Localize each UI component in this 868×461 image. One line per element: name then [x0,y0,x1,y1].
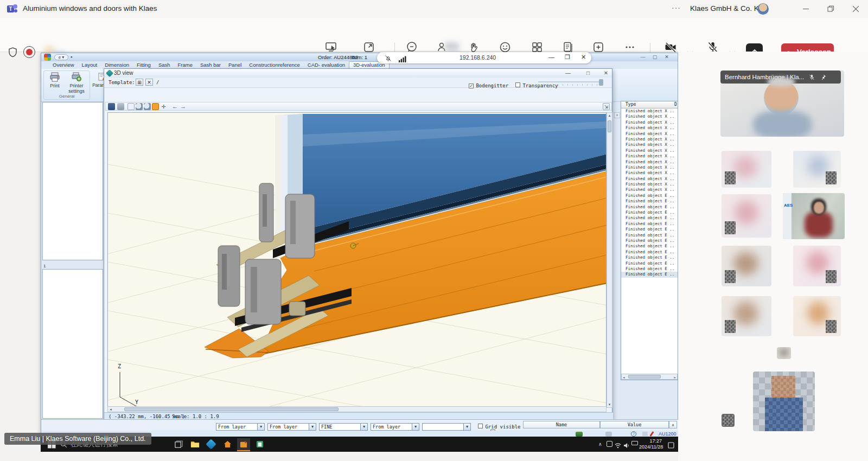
view3d-close-button[interactable]: ✕ [601,70,611,76]
type-row[interactable]: Finished object E .. [621,193,678,199]
dock-scroll-up-button[interactable]: ∧ [669,421,677,428]
orbit-tool-icon[interactable] [152,103,159,110]
type-row[interactable]: Finished object E .. [621,199,678,204]
bell-off-icon[interactable] [385,54,392,64]
save-view-icon[interactable] [108,103,115,110]
status-icon-sync[interactable] [605,432,612,437]
template-clear-button[interactable]: ✕ [145,79,153,86]
transparency-slider-track[interactable] [538,81,603,82]
type-row[interactable]: Finished object E .. [621,221,678,227]
type-row[interactable]: Finished object X .. [621,187,678,193]
type-row[interactable]: Finished object E .. [621,261,678,266]
ribbon-tab[interactable]: Layout [78,61,101,69]
ribbon-tab[interactable]: Sash [155,61,174,69]
type-row[interactable]: Finished object X .. [621,131,678,137]
remote-restore-button[interactable]: ❐ [565,54,570,61]
view-back-icon[interactable]: ← [172,103,178,110]
type-row[interactable]: Finished object X .. [621,108,678,114]
type-row[interactable]: Finished object X .. [621,153,678,159]
type-row[interactable]: Finished object X .. [621,165,678,170]
ribbon-tab[interactable]: Constructionreference [245,61,303,69]
type-row[interactable]: Finished object E .. [621,227,678,232]
type-row[interactable]: Finished object X .. [621,148,678,153]
expand-view-icon[interactable]: ⇲ [603,103,610,110]
quick-access-pin[interactable]: ▪ [71,54,72,60]
participant-tile[interactable] [722,246,771,286]
remote-close-button[interactable]: ✕ [581,54,586,61]
type-row[interactable]: Finished object X .. [621,114,678,119]
type-row[interactable]: Finished object X .. [621,170,678,176]
ribbon-tab[interactable]: Fitting [133,61,155,69]
klaes-minimize-button[interactable]: — [638,54,648,60]
klaes-close-button[interactable]: ✕ [662,54,672,60]
type-column-header[interactable]: Type [626,102,636,107]
canvas-hscrollbar[interactable]: ◄ [107,406,607,412]
canvas-vscrollbar[interactable]: ▲ ▼ [607,112,612,408]
klaes-maximize-button[interactable]: ▢ [650,54,660,60]
tray-volume-icon[interactable] [623,441,630,451]
print-button[interactable]: Print [44,72,66,88]
klaes-taskbar-button-active[interactable] [237,438,250,451]
type-row[interactable]: Finished object E .. [621,255,678,260]
help-icon[interactable]: ? [631,431,636,437]
window-minimize-button[interactable] [794,0,818,17]
layer-combo[interactable]: FINE ▼ [319,423,368,431]
titlebar-more-button[interactable]: ··· [672,3,681,12]
type-row[interactable]: Finished object X .. [621,137,678,142]
scroll-left-icon[interactable]: ◄ [109,408,112,411]
type-row[interactable]: Finished object E .. [621,266,678,272]
tray-chevron-icon[interactable]: ∧ [598,441,602,447]
layer-combo[interactable]: From layer ▼ [371,423,419,431]
type-row[interactable]: Finished object X .. [621,142,678,148]
browser-button[interactable] [205,438,218,450]
file-explorer-button[interactable] [188,438,201,450]
participant-tile[interactable] [793,246,841,286]
type-row[interactable]: Finished object X .. [621,176,678,182]
participant-tile-pixelated[interactable] [753,372,815,431]
pan-tool-icon[interactable]: ✛ [160,103,167,110]
second-column-header[interactable]: D [674,102,677,107]
participant-tile[interactable] [793,151,841,188]
participant-tile-small[interactable] [722,414,735,427]
view3d-minimize-button[interactable]: — [563,70,573,76]
type-row[interactable]: Finished object E .. [621,204,678,210]
name-column-header[interactable]: Name [523,421,600,428]
tray-network-icon[interactable] [615,441,621,451]
zoom-fit-icon[interactable] [127,103,135,110]
tray-battery-icon[interactable] [631,441,638,445]
type-row[interactable]: Finished object E .. [621,249,678,255]
participant-tile[interactable] [722,151,771,188]
user-avatar[interactable] [757,3,769,15]
ribbon-tab[interactable]: Panel [225,61,245,69]
type-row[interactable]: Finished object X .. [621,182,678,187]
tray-clock[interactable]: 17:27 2024/11/28 [639,438,662,450]
participant-tile-main[interactable]: Bernhard Hambrügge | Kla... [720,71,844,137]
layer-combo[interactable]: From layer ▼ [267,423,316,431]
ribbon-tab[interactable]: Frame [174,61,196,69]
quick-access-toolbar[interactable]: e ▾ [54,54,68,60]
type-row[interactable]: Finished object E .. [621,238,678,244]
tray-ime-icon[interactable] [607,441,612,447]
participant-tile-small[interactable] [777,347,791,359]
participant-video-tile[interactable]: AES [783,193,845,239]
ribbon-tab[interactable]: Dimension [101,61,133,69]
scroll-down-icon[interactable]: ▼ [607,403,612,406]
scroll-up-icon[interactable]: ▲ [607,114,612,117]
left-preview-panel[interactable] [42,269,103,419]
recording-indicator-icon[interactable] [23,46,35,58]
print-view-icon[interactable] [117,103,124,110]
notification-center-icon[interactable] [668,441,674,447]
ribbon-tab[interactable]: Overview [49,61,78,69]
remote-minimize-button[interactable]: — [548,54,554,60]
view-forward-icon[interactable]: → [180,103,186,110]
app-shortcut-notes[interactable] [253,438,266,450]
status-icon-layers[interactable] [576,432,583,437]
template-select-button[interactable]: ⊞ [136,79,143,86]
scroll-left-icon[interactable]: ◄ [623,375,625,379]
type-row[interactable]: Finished object X .. [621,159,678,165]
type-row[interactable]: Finished object E .. [621,210,678,215]
printer-settings-button[interactable]: Printer settings [66,72,87,94]
app-shortcut-home[interactable] [221,438,234,450]
left-tree-panel[interactable] [42,102,103,260]
view3d-canvas[interactable]: Z Y [107,112,607,408]
